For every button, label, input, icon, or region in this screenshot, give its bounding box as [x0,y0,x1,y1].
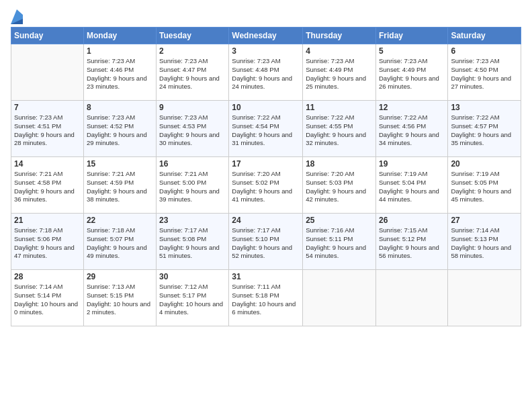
day-info: Sunrise: 7:23 AMSunset: 4:46 PMDaylight:… [87,57,153,91]
calendar-day-cell: 23Sunrise: 7:17 AMSunset: 5:08 PMDayligh… [157,214,229,270]
day-number: 27 [451,216,518,225]
calendar-body: 1Sunrise: 7:23 AMSunset: 4:46 PMDaylight… [11,44,521,326]
day-number: 17 [232,159,300,169]
calendar-day-cell: 21Sunrise: 7:18 AMSunset: 5:06 PMDayligh… [11,214,84,270]
calendar-day-cell: 22Sunrise: 7:18 AMSunset: 5:07 PMDayligh… [83,214,156,270]
day-number: 9 [159,103,226,112]
calendar-day-cell: 1Sunrise: 7:23 AMSunset: 4:46 PMDaylight… [83,44,156,101]
day-number: 5 [379,46,445,56]
day-number: 29 [87,272,153,281]
day-info: Sunrise: 7:23 AMSunset: 4:52 PMDaylight:… [87,113,153,148]
day-info: Sunrise: 7:21 AMSunset: 4:59 PMDaylight:… [87,170,153,204]
calendar-day-cell: 3Sunrise: 7:23 AMSunset: 4:48 PMDaylight… [229,44,303,101]
weekday-header-row: SundayMondayTuesdayWednesdayThursdayFrid… [11,28,521,44]
weekday-header-cell: Saturday [448,28,521,44]
day-info: Sunrise: 7:12 AMSunset: 5:17 PMDaylight:… [159,283,226,317]
day-number: 22 [87,216,153,225]
day-number: 3 [232,46,300,56]
day-info: Sunrise: 7:16 AMSunset: 5:11 PMDaylight:… [306,226,373,261]
weekday-header-cell: Sunday [11,28,84,44]
calendar-day-cell [303,270,376,326]
calendar-table: SundayMondayTuesdayWednesdayThursdayFrid… [11,27,521,326]
day-number: 12 [379,103,445,112]
day-info: Sunrise: 7:20 AMSunset: 5:02 PMDaylight:… [232,170,300,204]
calendar-day-cell: 12Sunrise: 7:22 AMSunset: 4:56 PMDayligh… [375,101,447,157]
day-info: Sunrise: 7:21 AMSunset: 4:58 PMDaylight:… [14,170,81,204]
day-number: 21 [14,216,81,225]
calendar-day-cell: 11Sunrise: 7:22 AMSunset: 4:55 PMDayligh… [303,101,376,157]
calendar-day-cell: 18Sunrise: 7:20 AMSunset: 5:03 PMDayligh… [303,157,376,214]
day-info: Sunrise: 7:17 AMSunset: 5:10 PMDaylight:… [232,226,300,261]
day-info: Sunrise: 7:22 AMSunset: 4:54 PMDaylight:… [232,113,300,148]
day-info: Sunrise: 7:13 AMSunset: 5:15 PMDaylight:… [87,283,153,317]
day-info: Sunrise: 7:14 AMSunset: 5:13 PMDaylight:… [451,226,518,261]
calendar-day-cell: 15Sunrise: 7:21 AMSunset: 4:59 PMDayligh… [83,157,156,214]
day-number: 18 [306,159,373,169]
calendar-day-cell: 17Sunrise: 7:20 AMSunset: 5:02 PMDayligh… [229,157,303,214]
calendar-day-cell: 24Sunrise: 7:17 AMSunset: 5:10 PMDayligh… [229,214,303,270]
calendar-week-row: 21Sunrise: 7:18 AMSunset: 5:06 PMDayligh… [11,214,521,270]
calendar-day-cell: 26Sunrise: 7:15 AMSunset: 5:12 PMDayligh… [375,214,447,270]
day-number: 1 [87,46,153,56]
day-number: 31 [232,272,300,281]
day-info: Sunrise: 7:22 AMSunset: 4:57 PMDaylight:… [451,113,518,148]
calendar-day-cell: 20Sunrise: 7:19 AMSunset: 5:05 PMDayligh… [448,157,521,214]
day-number: 11 [306,103,373,112]
day-info: Sunrise: 7:14 AMSunset: 5:14 PMDaylight:… [14,283,81,317]
day-number: 25 [306,216,373,225]
page-header [11,7,521,24]
calendar-week-row: 1Sunrise: 7:23 AMSunset: 4:46 PMDaylight… [11,44,521,101]
day-info: Sunrise: 7:22 AMSunset: 4:56 PMDaylight:… [379,113,445,148]
day-number: 14 [14,159,81,169]
day-number: 16 [159,159,226,169]
day-number: 2 [159,46,226,56]
calendar-day-cell: 9Sunrise: 7:23 AMSunset: 4:53 PMDaylight… [157,101,229,157]
day-info: Sunrise: 7:23 AMSunset: 4:49 PMDaylight:… [306,57,373,91]
logo [11,9,24,24]
calendar-day-cell: 10Sunrise: 7:22 AMSunset: 4:54 PMDayligh… [229,101,303,157]
calendar-week-row: 7Sunrise: 7:23 AMSunset: 4:51 PMDaylight… [11,101,521,157]
calendar-day-cell [11,44,84,101]
day-info: Sunrise: 7:22 AMSunset: 4:55 PMDaylight:… [306,113,373,148]
calendar-day-cell: 5Sunrise: 7:23 AMSunset: 4:49 PMDaylight… [375,44,447,101]
calendar-day-cell: 2Sunrise: 7:23 AMSunset: 4:47 PMDaylight… [157,44,229,101]
day-info: Sunrise: 7:20 AMSunset: 5:03 PMDaylight:… [306,170,373,204]
calendar-day-cell [448,270,521,326]
weekday-header-cell: Tuesday [157,28,229,44]
day-number: 4 [306,46,373,56]
day-info: Sunrise: 7:18 AMSunset: 5:06 PMDaylight:… [14,226,81,261]
weekday-header-cell: Thursday [303,28,376,44]
day-number: 19 [379,159,445,169]
calendar-day-cell: 28Sunrise: 7:14 AMSunset: 5:14 PMDayligh… [11,270,84,326]
day-number: 24 [232,216,300,225]
day-info: Sunrise: 7:23 AMSunset: 4:47 PMDaylight:… [159,57,226,91]
weekday-header-cell: Monday [83,28,156,44]
day-info: Sunrise: 7:23 AMSunset: 4:49 PMDaylight:… [379,57,445,91]
weekday-header-cell: Wednesday [229,28,303,44]
weekday-header-cell: Friday [375,28,447,44]
day-number: 23 [159,216,226,225]
calendar-day-cell [375,270,447,326]
day-number: 7 [14,103,81,112]
calendar-day-cell: 7Sunrise: 7:23 AMSunset: 4:51 PMDaylight… [11,101,84,157]
day-info: Sunrise: 7:19 AMSunset: 5:04 PMDaylight:… [379,170,445,204]
day-info: Sunrise: 7:23 AMSunset: 4:51 PMDaylight:… [14,113,81,148]
day-number: 13 [451,103,518,112]
day-number: 6 [451,46,518,56]
calendar-day-cell: 14Sunrise: 7:21 AMSunset: 4:58 PMDayligh… [11,157,84,214]
day-number: 15 [87,159,153,169]
day-number: 28 [14,272,81,281]
day-info: Sunrise: 7:23 AMSunset: 4:50 PMDaylight:… [451,57,518,91]
calendar-day-cell: 13Sunrise: 7:22 AMSunset: 4:57 PMDayligh… [448,101,521,157]
calendar-day-cell: 16Sunrise: 7:21 AMSunset: 5:00 PMDayligh… [157,157,229,214]
calendar-day-cell: 8Sunrise: 7:23 AMSunset: 4:52 PMDaylight… [83,101,156,157]
calendar-day-cell: 27Sunrise: 7:14 AMSunset: 5:13 PMDayligh… [448,214,521,270]
day-number: 8 [87,103,153,112]
day-number: 26 [379,216,445,225]
calendar-day-cell: 19Sunrise: 7:19 AMSunset: 5:04 PMDayligh… [375,157,447,214]
day-number: 30 [159,272,226,281]
calendar-week-row: 28Sunrise: 7:14 AMSunset: 5:14 PMDayligh… [11,270,521,326]
day-info: Sunrise: 7:21 AMSunset: 5:00 PMDaylight:… [159,170,226,204]
calendar-day-cell: 25Sunrise: 7:16 AMSunset: 5:11 PMDayligh… [303,214,376,270]
calendar-day-cell: 30Sunrise: 7:12 AMSunset: 5:17 PMDayligh… [157,270,229,326]
